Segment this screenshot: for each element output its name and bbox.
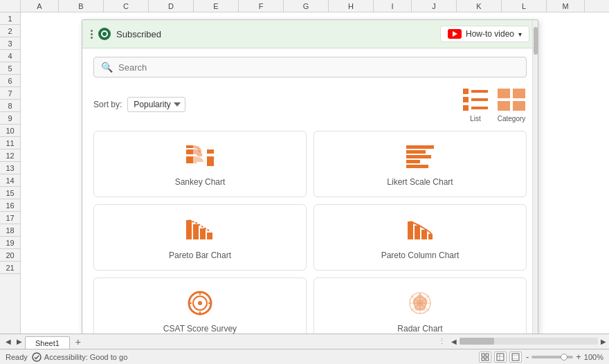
- plugin-panel: Subscribed How-to video ▾ 🔍: [82, 19, 538, 334]
- svg-rect-25: [415, 226, 420, 239]
- add-sheet-icon: +: [75, 336, 81, 347]
- dots-menu[interactable]: [91, 30, 93, 39]
- row-num-1: 1: [0, 12, 20, 25]
- chart-card-pareto_bar[interactable]: Pareto Bar Chart: [93, 204, 307, 271]
- chevron-down-icon: ▾: [518, 30, 522, 38]
- page-break-icon: [511, 353, 520, 361]
- svg-point-34: [198, 301, 202, 305]
- accessibility-text: Accessibility: Good to go: [44, 353, 127, 361]
- col-header-d: D: [149, 0, 194, 12]
- normal-view-button[interactable]: [479, 352, 491, 363]
- svg-rect-8: [498, 101, 510, 111]
- svg-rect-10: [186, 145, 193, 148]
- how-to-button[interactable]: How-to video ▾: [440, 26, 529, 42]
- chart-icon-radar: [405, 288, 435, 318]
- panel-header: Subscribed How-to video ▾: [82, 20, 538, 48]
- chart-icon-likert: [405, 141, 435, 172]
- row-num-6: 6: [0, 75, 20, 87]
- panel-scrollbar[interactable]: [532, 20, 538, 334]
- row-num-9: 9: [0, 112, 20, 125]
- row-num-5: 5: [0, 62, 20, 75]
- normal-view-icon: [481, 353, 489, 361]
- svg-rect-9: [513, 101, 525, 111]
- col-header-a: A: [21, 0, 59, 12]
- svg-rect-6: [498, 89, 510, 98]
- zoom-minus[interactable]: -: [526, 352, 529, 362]
- hscroll-left[interactable]: ◀: [451, 338, 457, 345]
- chart-card-pareto_col[interactable]: Pareto Column Chart: [313, 204, 527, 271]
- svg-rect-44: [482, 354, 484, 356]
- list-view-button[interactable]: List: [460, 86, 491, 122]
- chart-card-sankey[interactable]: Sankey Chart: [93, 131, 307, 197]
- svg-rect-14: [207, 156, 214, 166]
- svg-rect-1: [471, 90, 488, 93]
- grid-area: 123456789101112131415161718192021: [0, 12, 609, 334]
- chart-card-csat[interactable]: CSAT Score Survey: [93, 277, 307, 334]
- grid-cells: Subscribed How-to video ▾ 🔍: [21, 12, 609, 334]
- chart-name-pareto_bar: Pareto Bar Chart: [169, 251, 231, 260]
- row-num-20: 20: [0, 249, 20, 262]
- sheet-tab-sheet1[interactable]: Sheet1: [25, 336, 70, 349]
- zoom-slider[interactable]: [531, 356, 573, 358]
- svg-rect-4: [463, 105, 469, 111]
- svg-point-43: [33, 353, 41, 361]
- chart-grid: Sankey Chart Likert Scale Chart Pareto B…: [82, 128, 538, 334]
- hscroll-right[interactable]: ▶: [601, 338, 606, 345]
- svg-rect-11: [186, 149, 193, 154]
- excel-wrapper: ABCDEFGHIJKLM 12345678910111213141516171…: [0, 0, 609, 364]
- col-header-h: H: [329, 0, 374, 12]
- chart-card-likert[interactable]: Likert Scale Chart: [313, 131, 527, 197]
- chart-icon-sankey: [185, 141, 215, 172]
- page-break-button[interactable]: [509, 352, 522, 363]
- category-view-label: Category: [498, 115, 526, 122]
- svg-rect-7: [513, 89, 525, 98]
- subscribed-text: Subscribed: [116, 29, 161, 39]
- row-num-8: 8: [0, 100, 20, 112]
- svg-rect-27: [428, 234, 433, 239]
- row-num-15: 15: [0, 187, 20, 199]
- svg-rect-46: [482, 358, 484, 361]
- row-num-7: 7: [0, 87, 20, 100]
- ready-label: Ready: [6, 353, 28, 361]
- col-header-m: M: [547, 0, 585, 12]
- svg-rect-3: [471, 98, 488, 101]
- chart-name-sankey: Sankey Chart: [175, 177, 226, 187]
- zoom-level: 100%: [584, 353, 603, 361]
- accessibility-icon: [32, 352, 42, 362]
- hscroll-thumb[interactable]: [460, 338, 494, 345]
- svg-rect-13: [207, 149, 214, 154]
- chart-name-pareto_col: Pareto Column Chart: [381, 251, 460, 260]
- row-num-13: 13: [0, 162, 20, 174]
- col-header-e: E: [194, 0, 239, 12]
- row-num-18: 18: [0, 224, 20, 237]
- list-view-label: List: [470, 115, 481, 122]
- page-layout-button[interactable]: [494, 352, 507, 363]
- view-icons: List Category: [460, 86, 527, 122]
- chart-card-radar[interactable]: Radar Chart: [313, 277, 527, 334]
- zoom-plus[interactable]: +: [576, 352, 581, 362]
- sort-label: Sort by:: [93, 100, 122, 109]
- row-num-21: 21: [0, 262, 20, 274]
- panel-scroll-thumb[interactable]: [534, 27, 538, 55]
- svg-rect-21: [193, 224, 199, 239]
- col-headers: ABCDEFGHIJKLM: [0, 0, 609, 12]
- status-left: Ready Accessibility: Good to go: [6, 352, 127, 362]
- svg-rect-24: [408, 221, 413, 239]
- row-num-14: 14: [0, 174, 20, 187]
- youtube-icon: [448, 29, 462, 39]
- nav-right-arrow[interactable]: ▶: [14, 336, 25, 347]
- nav-left-arrow[interactable]: ◀: [3, 336, 14, 347]
- list-icon: [460, 86, 491, 113]
- svg-rect-20: [186, 220, 192, 239]
- sort-select[interactable]: Popularity Name Newest: [127, 97, 185, 112]
- search-input[interactable]: [118, 62, 519, 73]
- zoom-thumb[interactable]: [561, 354, 567, 361]
- add-sheet-button[interactable]: +: [73, 336, 84, 347]
- svg-rect-19: [406, 165, 428, 168]
- svg-rect-15: [406, 145, 434, 149]
- svg-rect-48: [497, 354, 504, 361]
- sort-row: Sort by: Popularity Name Newest: [93, 97, 185, 112]
- svg-rect-16: [406, 150, 426, 154]
- row-num-10: 10: [0, 125, 20, 137]
- category-view-button[interactable]: Category: [496, 86, 527, 122]
